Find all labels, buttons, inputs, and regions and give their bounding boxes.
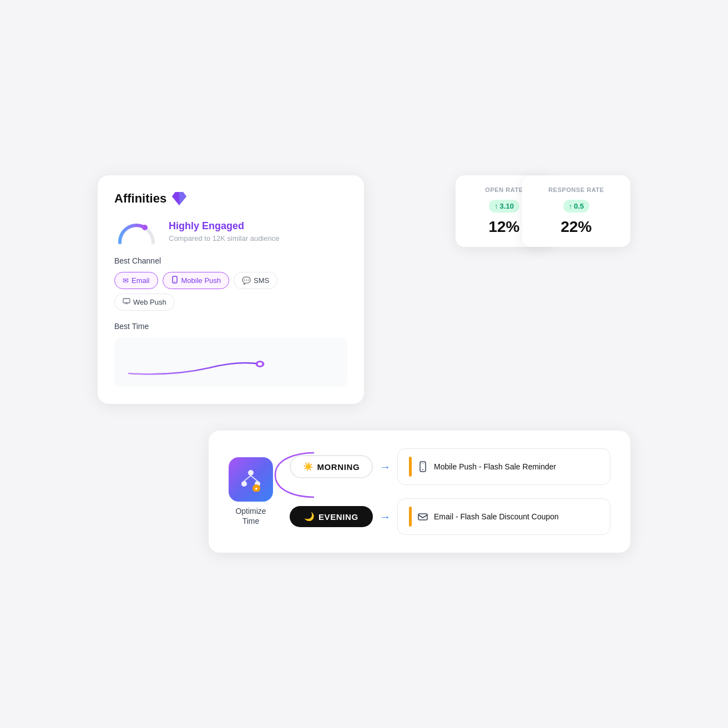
svg-marker-2 <box>172 192 179 205</box>
affinities-header: Affinities <box>114 191 347 206</box>
svg-point-17 <box>422 469 423 471</box>
best-time-section: Best Time <box>114 322 347 387</box>
open-rate-badge-value: 3.10 <box>500 202 514 210</box>
response-rate-arrow-icon: ↑ <box>569 202 573 210</box>
evening-chip-bar <box>409 507 412 527</box>
svg-rect-18 <box>421 463 424 464</box>
evening-flow-row: 🌙 EVENING → Email - Flash Sale Discount … <box>290 498 610 535</box>
channels-row-2: Web Push <box>114 294 347 311</box>
morning-flow-row: ☀️ MORNING → Mobile Push - Flash Sale Re… <box>290 448 610 485</box>
morning-chip-bar <box>409 457 412 477</box>
email-action-icon <box>417 511 428 522</box>
channel-email[interactable]: ✉ Email <box>114 272 158 289</box>
svg-point-3 <box>142 225 148 230</box>
evening-arrow-icon: → <box>380 510 391 523</box>
channel-web-push[interactable]: Web Push <box>114 294 175 311</box>
channel-mobile-push[interactable]: Mobile Push <box>163 272 230 289</box>
affinities-card: Affinities <box>98 175 364 404</box>
morning-pill: ☀️ MORNING <box>290 455 373 478</box>
svg-line-12 <box>244 476 251 481</box>
svg-rect-19 <box>418 514 427 520</box>
evening-emoji: 🌙 <box>304 512 315 522</box>
sms-icon: 💬 <box>242 276 251 285</box>
svg-point-10 <box>241 481 247 487</box>
gauge-svg <box>114 218 159 245</box>
gauge-container <box>114 218 159 245</box>
svg-rect-6 <box>123 299 130 303</box>
morning-label: MORNING <box>317 462 360 472</box>
flow-container: ☀️ MORNING → Mobile Push - Flash Sale Re… <box>290 448 610 535</box>
response-rate-badge: ↑ 0.5 <box>563 200 590 213</box>
svg-point-8 <box>258 362 262 366</box>
response-rate-label: RESPONSE RATE <box>533 186 619 193</box>
open-rate-badge: ↑ 3.10 <box>489 200 519 213</box>
evening-label: EVENING <box>318 512 358 522</box>
optimize-label-text: OptimizeTime <box>235 507 266 525</box>
evening-action-text: Email - Flash Sale Discount Coupon <box>434 512 559 521</box>
channel-sms[interactable]: 💬 SMS <box>234 272 277 289</box>
mobile-push-icon <box>171 276 179 285</box>
diamond-icon <box>171 191 188 206</box>
svg-line-13 <box>251 476 257 481</box>
evening-pill: 🌙 EVENING <box>290 506 373 527</box>
email-icon: ✉ <box>123 276 129 285</box>
channels-row: ✉ Email Mobile Push 💬 SMS <box>114 272 347 289</box>
comparison-text: Compared to 12K similar audience <box>169 234 279 242</box>
svg-point-9 <box>248 470 254 476</box>
time-chart-svg <box>114 337 347 387</box>
response-rate-card: RESPONSE RATE ↑ 0.5 22% <box>522 175 630 247</box>
engagement-section: Highly Engaged Compared to 12K similar a… <box>114 218 347 245</box>
optimize-icon-wrapper: ✦ OptimizeTime <box>229 457 273 526</box>
svg-text:✦: ✦ <box>254 486 259 492</box>
sms-label: SMS <box>254 276 269 285</box>
morning-action-text: Mobile Push - Flash Sale Reminder <box>434 462 556 471</box>
affinities-title: Affinities <box>114 191 166 206</box>
optimize-card: ✦ OptimizeTime ☀️ MORNING → <box>209 431 630 553</box>
response-rate-badge-value: 0.5 <box>574 202 584 210</box>
open-rate-arrow-icon: ↑ <box>494 202 498 210</box>
optimize-svg-icon: ✦ <box>239 467 263 492</box>
evening-action-chip: Email - Flash Sale Discount Coupon <box>397 498 610 535</box>
time-chart-area <box>114 337 347 387</box>
mobile-push-label: Mobile Push <box>181 276 221 285</box>
engagement-level: Highly Engaged <box>169 220 279 232</box>
best-time-label: Best Time <box>114 322 347 331</box>
morning-emoji: ☀️ <box>303 462 314 472</box>
response-rate-value: 22% <box>533 218 619 236</box>
morning-arrow-icon: → <box>380 461 391 473</box>
email-label: Email <box>132 276 150 285</box>
svg-point-5 <box>174 281 175 282</box>
mobile-push-action-icon <box>417 461 428 472</box>
best-channel-label: Best Channel <box>114 256 347 265</box>
optimize-label: OptimizeTime <box>235 506 266 526</box>
morning-action-chip: Mobile Push - Flash Sale Reminder <box>397 448 610 485</box>
web-push-icon <box>123 297 130 307</box>
web-push-label: Web Push <box>133 298 166 306</box>
engagement-text: Highly Engaged Compared to 12K similar a… <box>169 220 279 242</box>
optimize-icon-box: ✦ <box>229 457 273 502</box>
svg-marker-1 <box>179 192 186 205</box>
